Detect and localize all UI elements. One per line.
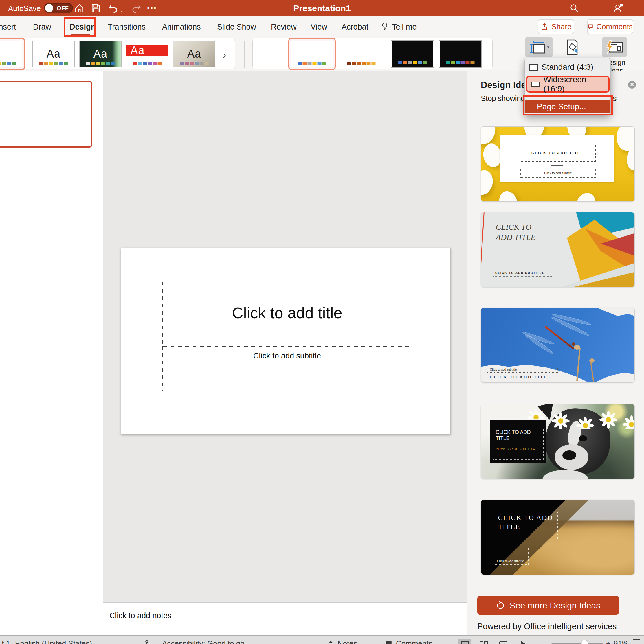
title-placeholder[interactable]: Click to add title xyxy=(162,279,412,346)
desert-photo: CLICK TO ADD TITLE Click to add subtitle xyxy=(481,500,634,575)
tab-review[interactable]: Review xyxy=(271,23,297,32)
comments-button[interactable]: Comments xyxy=(587,19,633,34)
notes-toggle[interactable]: Notes xyxy=(338,639,357,644)
document-title: Presentation1 xyxy=(293,3,351,13)
theme-color-square xyxy=(185,62,189,65)
aspect-4-3-icon xyxy=(529,64,538,71)
thumb-subtitle-plac eholder: Click to add subtitle xyxy=(520,168,596,178)
more-commands-icon[interactable]: ••• xyxy=(147,3,157,12)
theme-color-square xyxy=(2,62,6,65)
thumb-title-placeholder: CLICK TO ADD TITLE xyxy=(495,511,558,541)
theme-color-square xyxy=(91,62,95,65)
tab-view[interactable]: View xyxy=(310,23,328,32)
tab-animations[interactable]: Animations xyxy=(162,23,201,32)
share-button[interactable]: Share xyxy=(538,19,574,34)
ribbon-tab-row: Insert Draw Design Transitions Animation… xyxy=(0,16,644,38)
comments-toggle[interactable]: Comments xyxy=(396,639,433,644)
undo-icon[interactable] xyxy=(108,3,119,14)
variant-thumbnail[interactable] xyxy=(439,41,481,67)
save-icon[interactable] xyxy=(90,3,101,14)
account-icon[interactable] xyxy=(613,2,624,13)
theme-color-square xyxy=(7,62,11,65)
slide-canvas[interactable]: Click to add title Click to add subtitle xyxy=(121,248,451,434)
thumb-text-panel: CLICK TO ADD TITLE CLICK TO ADD SUBTITLE xyxy=(490,419,546,463)
theme-thumbnail-current[interactable] xyxy=(0,41,22,67)
subtitle-placeholder[interactable]: Click to add subtitle xyxy=(162,346,412,391)
design-idea-thumbnail-puppy[interactable]: CLICK TO ADD TITLE CLICK TO ADD SUBTITLE xyxy=(481,404,635,479)
tab-slide-show[interactable]: Slide Show xyxy=(217,23,256,32)
editor-area: Click to add title Click to add subtitle xyxy=(103,71,467,635)
tab-transitions[interactable]: Transitions xyxy=(108,23,146,32)
theme-thumbnail[interactable]: Aa xyxy=(173,41,215,67)
theme-color-square xyxy=(101,62,105,65)
theme-color-square xyxy=(180,62,184,65)
theme-color-square xyxy=(195,62,199,65)
menu-item-standard[interactable]: Standard (4:3) xyxy=(526,60,610,74)
chevron-down-icon: ▾ xyxy=(547,45,549,50)
reading-view-button[interactable] xyxy=(497,639,510,644)
page-setup-annotation-box xyxy=(523,95,613,115)
theme-color-square xyxy=(466,61,470,64)
redo-icon[interactable] xyxy=(131,3,142,14)
thumb-title-placeholder: CLICK TO ADD TITLE xyxy=(487,373,576,381)
notes-icon xyxy=(327,640,335,644)
accessibility-status[interactable]: Accessibility: Good to go xyxy=(162,639,244,644)
tab-tell-me[interactable]: Tell me xyxy=(392,23,417,32)
normal-view-button[interactable] xyxy=(458,639,472,644)
theme-color-square xyxy=(158,62,162,65)
slideshow-view-button[interactable] xyxy=(517,639,530,644)
tab-draw[interactable]: Draw xyxy=(33,23,51,32)
variant-thumbnail[interactable] xyxy=(344,41,387,67)
format-background-icon xyxy=(565,39,580,56)
theme-color-square xyxy=(461,61,465,64)
language-status[interactable]: English (United States) xyxy=(15,639,92,644)
status-bar: f 1 English (United States) Accessibilit… xyxy=(0,635,644,644)
aspect-16-9-icon xyxy=(531,82,540,87)
close-icon[interactable]: ✕ xyxy=(628,81,636,89)
theme-color-square xyxy=(418,61,422,64)
zoom-slider-knob[interactable] xyxy=(581,640,588,644)
theme-thumbnail[interactable]: Aa xyxy=(79,41,122,67)
theme-color-square xyxy=(456,61,460,64)
design-idea-thumbnail-eggs[interactable]: CLICK TO ADD TITLE Click to add subtitle xyxy=(481,126,635,202)
theme-color-square xyxy=(471,61,475,64)
theme-color-square xyxy=(446,61,450,64)
dragonfly-photo: Click to add subtitle CLICK TO ADD TITLE xyxy=(481,308,634,382)
theme-color-square xyxy=(59,62,63,65)
format-background-button[interactable] xyxy=(562,37,583,57)
zoom-in-button[interactable]: + xyxy=(606,639,610,644)
undo-chevron-icon[interactable]: ⌄ xyxy=(120,8,124,13)
tab-insert[interactable]: Insert xyxy=(0,23,16,32)
divider xyxy=(551,165,563,166)
zoom-level[interactable]: 91% xyxy=(614,639,629,644)
thumb-title-placeholder: CLICK TO ADD TITLE xyxy=(493,220,563,263)
gallery-expand-chevron-icon[interactable]: › xyxy=(223,49,226,60)
design-idea-thumbnail-desert[interactable]: CLICK TO ADD TITLE Click to add subtitle xyxy=(481,500,635,575)
thumb-subtitle-placeholder: Click to add subtitle xyxy=(487,367,558,373)
tab-acrobat[interactable]: Acrobat xyxy=(342,23,369,32)
slide-sorter-view-button[interactable] xyxy=(477,639,490,644)
theme-color-square xyxy=(153,62,157,65)
theme-thumbnail[interactable]: Aa xyxy=(32,41,75,67)
zoom-slider-track[interactable] xyxy=(551,643,603,644)
search-icon[interactable] xyxy=(570,3,579,13)
variant-thumbnail-selected[interactable] xyxy=(291,41,333,67)
notes-pane[interactable]: Click to add notes xyxy=(103,602,467,635)
slide-thumbnail-1[interactable] xyxy=(0,81,92,148)
theme-thumbnail[interactable]: Aa xyxy=(126,41,168,67)
theme-color-square xyxy=(357,62,361,65)
theme-color-square xyxy=(49,62,53,65)
design-ideas-button[interactable] xyxy=(602,37,627,57)
design-idea-thumbnail-dragonfly[interactable]: Click to add subtitle CLICK TO ADD TITLE xyxy=(481,308,635,383)
home-icon[interactable] xyxy=(74,3,85,14)
menu-item-widescreen[interactable]: Widescreen (16:9) xyxy=(526,76,610,93)
variant-thumbnail[interactable] xyxy=(391,41,434,67)
comment-icon xyxy=(588,23,593,31)
theme-color-square xyxy=(96,62,100,65)
autosave-toggle[interactable]: OFF xyxy=(44,3,73,13)
slide-size-button[interactable]: ▾ xyxy=(525,37,553,57)
design-idea-thumbnail-geometric[interactable]: CLICK TO ADD TITLE CLICK TO ADD SUBTITLE xyxy=(481,212,635,287)
see-more-design-ideas-button[interactable]: See more Design Ideas xyxy=(477,596,619,615)
geometric-art: CLICK TO ADD TITLE CLICK TO ADD SUBTITLE xyxy=(481,212,634,287)
fit-slide-icon[interactable] xyxy=(633,639,640,644)
